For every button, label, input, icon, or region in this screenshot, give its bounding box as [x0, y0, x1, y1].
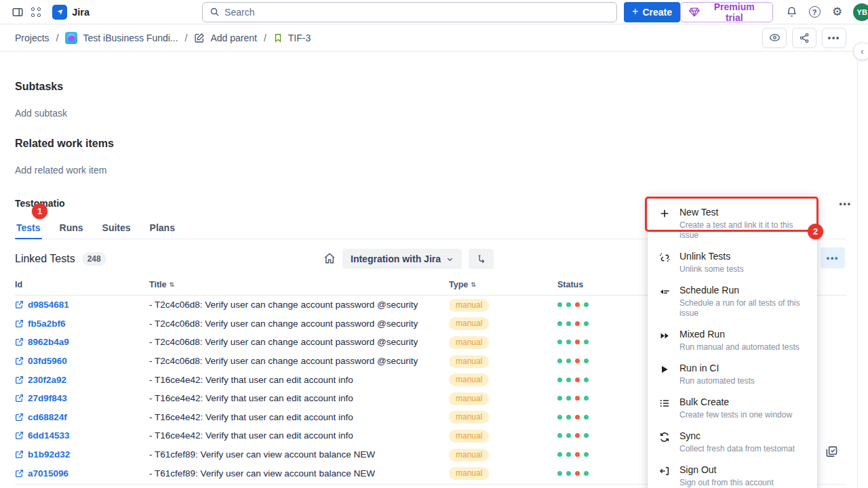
external-link-icon [15, 319, 24, 328]
premium-trial-button[interactable]: Premium trial [680, 2, 773, 22]
test-id-link[interactable]: 6dd14533 [15, 430, 149, 441]
tests-actions-menu-trigger[interactable]: ••• [821, 247, 845, 268]
user-avatar[interactable]: YB [853, 3, 868, 21]
branch-selector-dropdown[interactable]: Integration with Jira [342, 249, 462, 269]
test-id-text: 230f2a92 [28, 375, 66, 385]
test-id-link[interactable]: 27d9f843 [15, 393, 149, 403]
jira-logo[interactable]: ➤ Jira [52, 5, 90, 20]
app-grid-glyph [31, 7, 41, 17]
breadcrumb-projects[interactable]: Projects [15, 33, 50, 43]
status-dot-green [557, 321, 562, 326]
app-switcher-icon[interactable] [27, 3, 46, 22]
menu-item-bulk-create[interactable]: Bulk Create Create few tests in one wind… [648, 391, 817, 425]
watch-eye-icon[interactable] [762, 28, 787, 48]
test-id-link[interactable]: b1b92d32 [15, 449, 149, 460]
testomatio-more-icon[interactable]: ••• [839, 199, 852, 209]
menu-item-title: New Test [679, 207, 806, 218]
search-input-wrapper[interactable] [202, 2, 617, 22]
test-id-text: 8962b4a9 [28, 337, 69, 347]
more-actions-icon[interactable]: ••• [822, 28, 846, 48]
notifications-bell-icon[interactable] [783, 3, 802, 22]
status-dot-green [566, 302, 571, 307]
status-dot-green [557, 415, 562, 420]
status-dot-green [584, 302, 589, 307]
help-icon[interactable]: ? [805, 3, 824, 22]
project-avatar-icon [65, 32, 77, 44]
git-branch-icon[interactable] [469, 249, 494, 269]
column-id[interactable]: Id [15, 280, 149, 289]
plus-icon [658, 208, 671, 241]
create-button[interactable]: + Create [624, 2, 680, 22]
test-type-badge: manual [449, 336, 489, 349]
tab-suites[interactable]: Suites [101, 220, 132, 239]
menu-item-subtitle: Create few tests in one window [679, 410, 792, 420]
external-link-icon [15, 300, 24, 309]
help-glyph: ? [809, 6, 821, 18]
testomatio-title: Testomatio [15, 198, 65, 209]
tests-context-menu: New Test Create a test and link it it to… [648, 195, 817, 488]
branch-selector-value: Integration with Jira [351, 253, 441, 264]
home-icon[interactable] [323, 252, 336, 266]
add-parent-link[interactable]: Add parent [210, 33, 257, 43]
menu-item-title: Unlink Tests [679, 251, 744, 262]
column-title[interactable]: Title⇅ [149, 280, 449, 289]
tasks-checklist-icon[interactable] [825, 445, 838, 460]
menu-item-sign-out[interactable]: Sign Out Sign out from this account [648, 459, 817, 488]
status-dot-red [575, 340, 580, 344]
menu-item-run-in-ci[interactable]: Run in CI Run automated tests [648, 357, 817, 391]
share-icon[interactable] [792, 28, 816, 48]
menu-item-sync[interactable]: Sync Collect fresh data from testomat [648, 425, 817, 459]
bulk-create-icon [658, 398, 671, 420]
status-dot-green [557, 340, 562, 344]
sidebar-toggle-icon[interactable] [8, 3, 27, 22]
app-name: Jira [72, 7, 90, 18]
column-type[interactable]: Type⇅ [449, 280, 557, 289]
tab-tests[interactable]: Tests [15, 220, 42, 239]
tab-runs[interactable]: Runs [58, 220, 85, 239]
breadcrumb-project[interactable]: Test iBusiness Fundi... [83, 33, 178, 43]
breadcrumb-issue-key[interactable]: TIF-3 [288, 33, 311, 43]
external-link-icon [15, 338, 24, 346]
status-dot-green [566, 321, 571, 326]
related-items-heading: Related work items [15, 138, 857, 150]
test-id-link[interactable]: cd68824f [15, 412, 149, 422]
test-id-link[interactable]: d9854681 [15, 300, 149, 310]
test-id-link[interactable]: 230f2a92 [15, 375, 149, 385]
external-link-icon [15, 357, 24, 365]
collapse-panel-chevron-icon[interactable]: ‹ [853, 42, 868, 60]
test-title: - T16ce4e42: Verify that user can edit a… [149, 393, 449, 403]
status-dot-red [575, 302, 580, 307]
test-id-text: 6dd14533 [28, 430, 70, 441]
search-input[interactable] [224, 7, 610, 18]
status-dot-red [575, 321, 580, 326]
mixed-run-icon [658, 330, 671, 352]
test-id-text: a7015096 [28, 468, 68, 479]
status-dot-green [557, 452, 562, 457]
add-subtask-link[interactable]: Add subtask [15, 108, 857, 119]
add-related-item-link[interactable]: Add related work item [15, 165, 857, 176]
edit-icon [194, 33, 205, 43]
menu-item-new-test[interactable]: New Test Create a test and link it it to… [648, 201, 817, 245]
settings-gear-icon[interactable]: ⚙ [828, 3, 847, 22]
test-id-link[interactable]: 8962b4a9 [15, 337, 149, 347]
test-id-link[interactable]: fb5a2bf6 [15, 319, 149, 329]
status-dot-green [557, 471, 562, 476]
test-title: - T16ce4e42: Verify that user can edit a… [149, 430, 449, 441]
test-id-text: cd68824f [28, 412, 67, 422]
status-dot-green [584, 433, 589, 438]
test-type-badge: manual [449, 411, 489, 424]
menu-item-mixed-run[interactable]: Mixed Run Run manual and automated tests [648, 323, 817, 357]
menu-item-unlink-tests[interactable]: Unlink Tests Unlink some tests [648, 245, 817, 279]
tab-plans[interactable]: Plans [149, 220, 176, 239]
test-type-badge: manual [449, 355, 489, 368]
unlink-icon [658, 252, 671, 274]
right-panel-divider [857, 61, 858, 488]
menu-item-schedule-run[interactable]: Schedule Run Schedule a run for all test… [648, 279, 817, 323]
schedule-icon [658, 286, 671, 319]
test-id-link[interactable]: 03fd5960 [15, 356, 149, 366]
external-link-icon [15, 431, 24, 440]
ellipsis-glyph: ••• [839, 199, 852, 209]
status-dot-green [566, 378, 571, 382]
test-id-link[interactable]: a7015096 [15, 468, 149, 479]
test-title: - T16ce4e42: Verify that user can edit a… [149, 412, 449, 422]
